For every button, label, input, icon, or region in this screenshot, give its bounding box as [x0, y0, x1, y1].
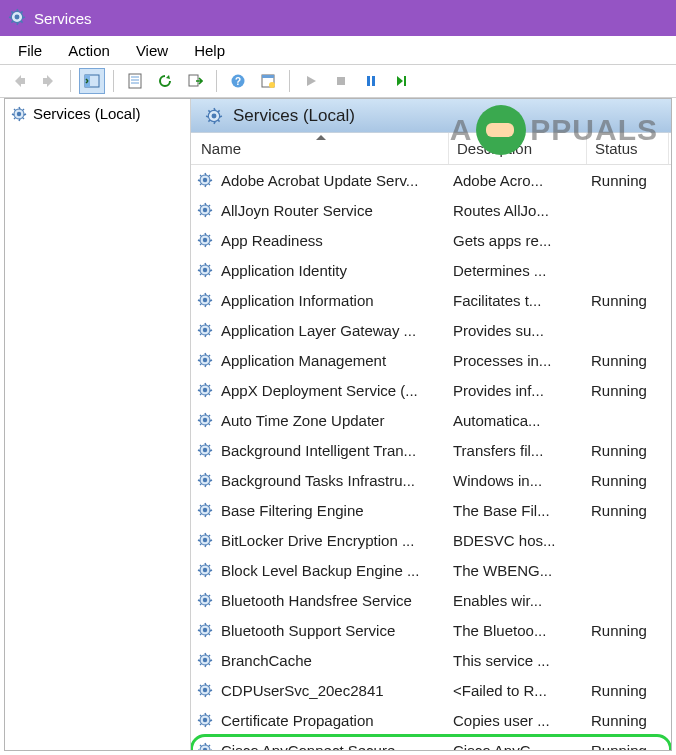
stop-service-button[interactable] — [328, 68, 354, 94]
service-row[interactable]: Background Intelligent Tran...Transfers … — [191, 435, 671, 465]
service-row[interactable]: CDPUserSvc_20ec2841<Failed to R...Runnin… — [191, 675, 671, 705]
svg-rect-16 — [372, 76, 375, 86]
menu-view[interactable]: View — [124, 39, 180, 62]
service-row[interactable]: Application Layer Gateway ...Provides su… — [191, 315, 671, 345]
service-name: AppX Deployment Service (... — [217, 382, 449, 399]
service-description: Determines ... — [449, 262, 587, 279]
service-status: Running — [587, 442, 669, 459]
service-description: BDESVC hos... — [449, 532, 587, 549]
service-row[interactable]: Bluetooth Handsfree ServiceEnables wir..… — [191, 585, 671, 615]
forward-button[interactable] — [36, 68, 62, 94]
help-button[interactable]: ? — [225, 68, 251, 94]
service-name: Base Filtering Engine — [217, 502, 449, 519]
toolbar-separator — [289, 70, 290, 92]
service-row[interactable]: Application InformationFacilitates t...R… — [191, 285, 671, 315]
tree-pane[interactable]: Services (Local) — [5, 99, 191, 750]
service-description: Processes in... — [449, 352, 587, 369]
back-button[interactable] — [6, 68, 32, 94]
service-name: Cisco AnyConnect Secure .. — [217, 742, 449, 751]
refresh-button[interactable] — [152, 68, 178, 94]
column-header-description[interactable]: Description — [449, 133, 587, 164]
service-description: Routes AllJo... — [449, 202, 587, 219]
svg-rect-15 — [367, 76, 370, 86]
column-header-name-label: Name — [201, 140, 241, 157]
service-row[interactable]: AllJoyn Router ServiceRoutes AllJo... — [191, 195, 671, 225]
gear-icon — [205, 107, 223, 125]
properties-button[interactable] — [122, 68, 148, 94]
gear-icon — [193, 592, 217, 608]
gear-icon — [193, 742, 217, 750]
start-service-button[interactable] — [298, 68, 324, 94]
service-name: Application Identity — [217, 262, 449, 279]
service-row[interactable]: Background Tasks Infrastru...Windows in.… — [191, 465, 671, 495]
gear-icon — [193, 502, 217, 518]
service-status: Running — [587, 682, 669, 699]
gear-icon — [193, 382, 217, 398]
service-status: Running — [587, 712, 669, 729]
properties-sheet-button[interactable] — [255, 68, 281, 94]
gear-icon — [193, 562, 217, 578]
gear-icon — [11, 106, 27, 122]
svg-rect-12 — [262, 75, 274, 78]
service-description: Gets apps re... — [449, 232, 587, 249]
service-row[interactable]: App ReadinessGets apps re... — [191, 225, 671, 255]
service-description: Copies user ... — [449, 712, 587, 729]
svg-rect-17 — [404, 76, 406, 86]
service-description: Windows in... — [449, 472, 587, 489]
svg-rect-14 — [337, 77, 345, 85]
service-status: Running — [587, 502, 669, 519]
service-row[interactable]: AppX Deployment Service (...Provides inf… — [191, 375, 671, 405]
pause-service-button[interactable] — [358, 68, 384, 94]
menu-action[interactable]: Action — [56, 39, 122, 62]
gear-icon — [193, 322, 217, 338]
service-name: Application Layer Gateway ... — [217, 322, 449, 339]
window-title: Services — [34, 10, 92, 27]
service-row[interactable]: Block Level Backup Engine ...The WBENG..… — [191, 555, 671, 585]
export-list-button[interactable] — [182, 68, 208, 94]
service-row[interactable]: Auto Time Zone UpdaterAutomatica... — [191, 405, 671, 435]
restart-service-button[interactable] — [388, 68, 414, 94]
toolbar-separator — [216, 70, 217, 92]
gear-icon — [193, 652, 217, 668]
gear-icon — [193, 172, 217, 188]
service-status: Running — [587, 352, 669, 369]
service-name: Certificate Propagation — [217, 712, 449, 729]
sort-asc-icon — [316, 135, 326, 140]
service-description: Provides su... — [449, 322, 587, 339]
gear-icon — [193, 232, 217, 248]
service-row[interactable]: BranchCacheThis service ... — [191, 645, 671, 675]
gear-icon — [193, 202, 217, 218]
service-row[interactable]: Bluetooth Support ServiceThe Bluetoo...R… — [191, 615, 671, 645]
service-description: The Base Fil... — [449, 502, 587, 519]
menu-help[interactable]: Help — [182, 39, 237, 62]
service-description: Cisco AnyC... — [449, 742, 587, 751]
service-description: Facilitates t... — [449, 292, 587, 309]
menu-bar: File Action View Help — [0, 36, 676, 64]
gear-icon — [193, 532, 217, 548]
show-hide-tree-button[interactable] — [79, 68, 105, 94]
service-row[interactable]: Certificate PropagationCopies user ...Ru… — [191, 705, 671, 735]
service-row[interactable]: Application ManagementProcesses in...Run… — [191, 345, 671, 375]
tree-root-item[interactable]: Services (Local) — [11, 103, 184, 124]
detail-pane: Services (Local) Name Description Status… — [191, 99, 671, 750]
service-row[interactable]: Base Filtering EngineThe Base Fil...Runn… — [191, 495, 671, 525]
column-header-status[interactable]: Status — [587, 133, 669, 164]
tree-root-label: Services (Local) — [33, 105, 141, 122]
menu-file[interactable]: File — [6, 39, 54, 62]
service-row[interactable]: Application IdentityDetermines ... — [191, 255, 671, 285]
service-name: Bluetooth Handsfree Service — [217, 592, 449, 609]
toolbar-separator — [113, 70, 114, 92]
detail-header: Services (Local) — [191, 99, 671, 133]
detail-title: Services (Local) — [233, 106, 355, 126]
service-list[interactable]: Adobe Acrobat Update Serv...Adobe Acro..… — [191, 165, 671, 750]
svg-rect-4 — [129, 74, 141, 88]
column-header-name[interactable]: Name — [193, 133, 449, 164]
service-description: This service ... — [449, 652, 587, 669]
service-status: Running — [587, 472, 669, 489]
gear-icon — [193, 472, 217, 488]
service-row[interactable]: Adobe Acrobat Update Serv...Adobe Acro..… — [191, 165, 671, 195]
service-row[interactable]: BitLocker Drive Encryption ...BDESVC hos… — [191, 525, 671, 555]
service-row[interactable]: Cisco AnyConnect Secure ..Cisco AnyC...R… — [191, 735, 671, 750]
service-description: The WBENG... — [449, 562, 587, 579]
app-icon — [8, 8, 26, 29]
